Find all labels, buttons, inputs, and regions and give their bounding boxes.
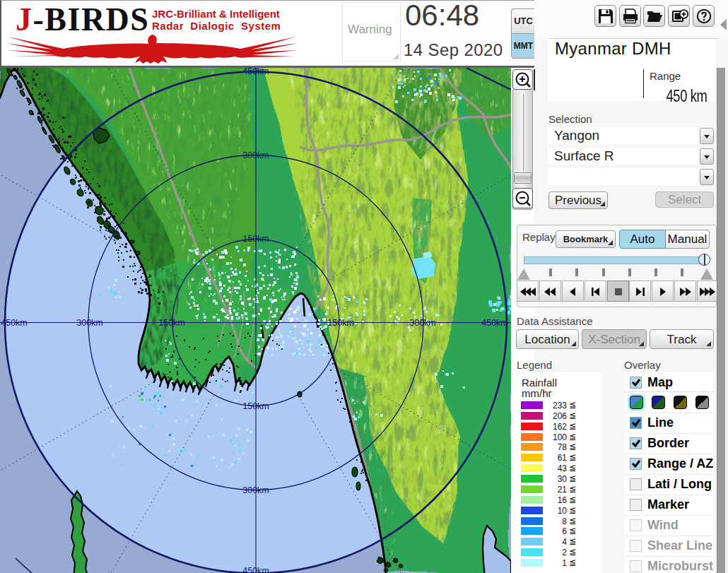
svg-text:150km: 150km — [242, 234, 269, 244]
svg-text:450km: 450km — [481, 318, 508, 328]
svg-text:300km: 300km — [409, 318, 436, 328]
svg-text:300km: 300km — [76, 318, 103, 328]
svg-text:450km: 450km — [242, 68, 269, 76]
svg-text:150km: 150km — [242, 401, 269, 411]
svg-text:300km: 300km — [242, 150, 269, 160]
svg-text:450km: 450km — [1, 318, 28, 328]
svg-text:450km: 450km — [242, 566, 269, 573]
svg-text:300km: 300km — [242, 485, 269, 495]
svg-text:150km: 150km — [327, 318, 354, 328]
svg-text:150km: 150km — [158, 318, 185, 328]
